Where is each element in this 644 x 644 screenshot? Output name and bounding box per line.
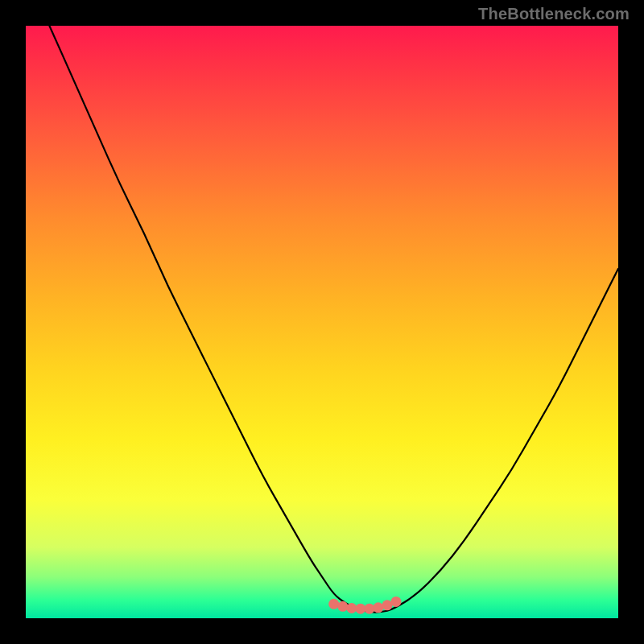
chart-svg: [26, 26, 618, 618]
plot-area: [26, 26, 618, 618]
watermark-text: TheBottleneck.com: [478, 5, 630, 23]
optimal-dot: [364, 604, 374, 614]
optimal-dot: [391, 597, 402, 607]
chart-frame: TheBottleneck.com: [0, 0, 644, 644]
optimal-dot: [328, 599, 339, 609]
optimal-dot: [373, 602, 383, 613]
bottleneck-curve: [49, 26, 618, 613]
optimal-dot: [355, 604, 365, 614]
optimal-dot: [337, 601, 348, 612]
